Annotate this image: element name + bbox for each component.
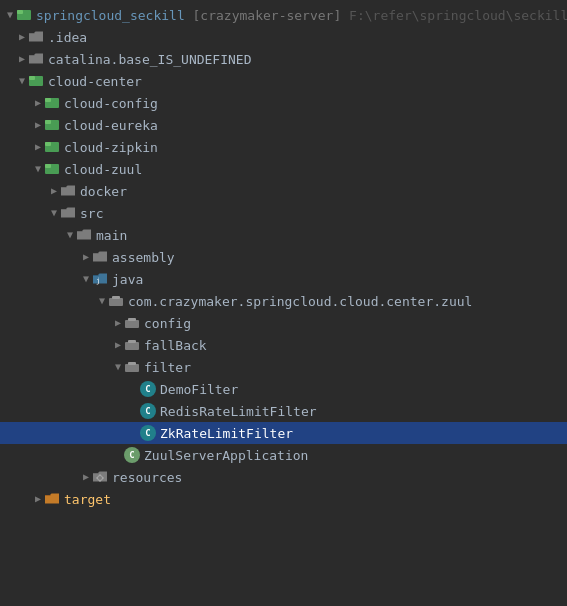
filter-label: filter: [144, 360, 191, 375]
demo-filter-icon: C: [140, 381, 156, 397]
zuul-app-item[interactable]: C ZuulServerApplication: [0, 444, 567, 466]
idea-label: .idea: [48, 30, 87, 45]
cloud-center-folder[interactable]: cloud-center: [0, 70, 567, 92]
assembly-folder-icon: [92, 249, 108, 265]
java-src-icon: j: [92, 271, 108, 287]
catalina-folder-icon: [28, 51, 44, 67]
svg-rect-19: [125, 364, 139, 372]
svg-rect-9: [45, 142, 51, 146]
src-folder-icon: [60, 205, 76, 221]
assembly-arrow: [80, 251, 92, 263]
src-folder[interactable]: src: [0, 202, 567, 224]
fallback-arrow: [112, 339, 124, 351]
cloud-config-label: cloud-config: [64, 96, 158, 111]
cloud-center-arrow: [16, 75, 28, 87]
main-folder-icon: [76, 227, 92, 243]
cloud-zipkin-arrow: [32, 141, 44, 153]
cloud-zuul-folder[interactable]: cloud-zuul: [0, 158, 567, 180]
tree-root[interactable]: springcloud_seckill [crazymaker-server] …: [0, 4, 567, 26]
target-arrow: [32, 493, 44, 505]
com-package-arrow: [96, 295, 108, 307]
demo-filter-label: DemoFilter: [160, 382, 238, 397]
docker-arrow: [48, 185, 60, 197]
file-tree: springcloud_seckill [crazymaker-server] …: [0, 0, 567, 514]
cloud-zuul-icon: [44, 161, 60, 177]
root-label: springcloud_seckill [crazymaker-server] …: [36, 8, 567, 23]
target-folder-icon: [44, 491, 60, 507]
root-arrow: [4, 9, 16, 21]
cloud-eureka-arrow: [32, 119, 44, 131]
redis-filter-label: RedisRateLimitFilter: [160, 404, 317, 419]
zuul-app-label: ZuulServerApplication: [144, 448, 308, 463]
svg-rect-1: [17, 10, 23, 14]
cloud-zipkin-label: cloud-zipkin: [64, 140, 158, 155]
svg-rect-16: [128, 318, 136, 321]
svg-rect-17: [125, 342, 139, 350]
cloud-eureka-label: cloud-eureka: [64, 118, 158, 133]
cloud-config-arrow: [32, 97, 44, 109]
zuul-app-icon: C: [124, 447, 140, 463]
java-arrow: [80, 273, 92, 285]
filter-arrow: [112, 361, 124, 373]
svg-rect-18: [128, 340, 136, 343]
svg-rect-11: [45, 164, 51, 168]
config-folder[interactable]: config: [0, 312, 567, 334]
cloud-zipkin-icon: [44, 139, 60, 155]
fallback-label: fallBack: [144, 338, 207, 353]
resources-folder[interactable]: resources: [0, 466, 567, 488]
target-folder[interactable]: target: [0, 488, 567, 510]
cloud-eureka-icon: [44, 117, 60, 133]
filter-package-icon: [124, 359, 140, 375]
docker-folder-icon: [60, 183, 76, 199]
zk-filter-item[interactable]: C ZkRateLimitFilter: [0, 422, 567, 444]
zk-filter-icon: C: [140, 425, 156, 441]
resources-arrow: [80, 471, 92, 483]
java-folder[interactable]: j java: [0, 268, 567, 290]
idea-folder-icon: [28, 29, 44, 45]
assembly-label: assembly: [112, 250, 175, 265]
svg-rect-14: [112, 296, 120, 299]
redis-filter-icon: C: [140, 403, 156, 419]
cloud-config-folder[interactable]: cloud-config: [0, 92, 567, 114]
main-folder[interactable]: main: [0, 224, 567, 246]
zk-filter-label: ZkRateLimitFilter: [160, 426, 293, 441]
fallback-folder[interactable]: fallBack: [0, 334, 567, 356]
com-package-label: com.crazymaker.springcloud.cloud.center.…: [128, 294, 472, 309]
idea-folder[interactable]: .idea: [0, 26, 567, 48]
fallback-package-icon: [124, 337, 140, 353]
target-label: target: [64, 492, 111, 507]
config-package-icon: [124, 315, 140, 331]
cloud-center-label: cloud-center: [48, 74, 142, 89]
svg-rect-15: [125, 320, 139, 328]
resources-label: resources: [112, 470, 182, 485]
docker-folder[interactable]: docker: [0, 180, 567, 202]
root-module-icon: [16, 7, 32, 23]
catalina-folder[interactable]: catalina.base_IS_UNDEFINED: [0, 48, 567, 70]
svg-rect-13: [109, 298, 123, 306]
cloud-zipkin-folder[interactable]: cloud-zipkin: [0, 136, 567, 158]
catalina-label: catalina.base_IS_UNDEFINED: [48, 52, 252, 67]
catalina-arrow: [16, 53, 28, 65]
com-package-icon: [108, 293, 124, 309]
svg-rect-20: [128, 362, 136, 365]
idea-arrow: [16, 31, 28, 43]
svg-rect-5: [45, 98, 51, 102]
docker-label: docker: [80, 184, 127, 199]
cloud-config-icon: [44, 95, 60, 111]
svg-rect-3: [29, 76, 35, 80]
svg-text:j: j: [96, 277, 100, 285]
assembly-folder[interactable]: assembly: [0, 246, 567, 268]
main-label: main: [96, 228, 127, 243]
cloud-eureka-folder[interactable]: cloud-eureka: [0, 114, 567, 136]
filter-folder[interactable]: filter: [0, 356, 567, 378]
svg-rect-7: [45, 120, 51, 124]
src-label: src: [80, 206, 103, 221]
config-label: config: [144, 316, 191, 331]
config-arrow: [112, 317, 124, 329]
com-package-folder[interactable]: com.crazymaker.springcloud.cloud.center.…: [0, 290, 567, 312]
resources-folder-icon: [92, 469, 108, 485]
cloud-zuul-label: cloud-zuul: [64, 162, 142, 177]
cloud-center-icon: [28, 73, 44, 89]
redis-filter-item[interactable]: C RedisRateLimitFilter: [0, 400, 567, 422]
demo-filter-item[interactable]: C DemoFilter: [0, 378, 567, 400]
